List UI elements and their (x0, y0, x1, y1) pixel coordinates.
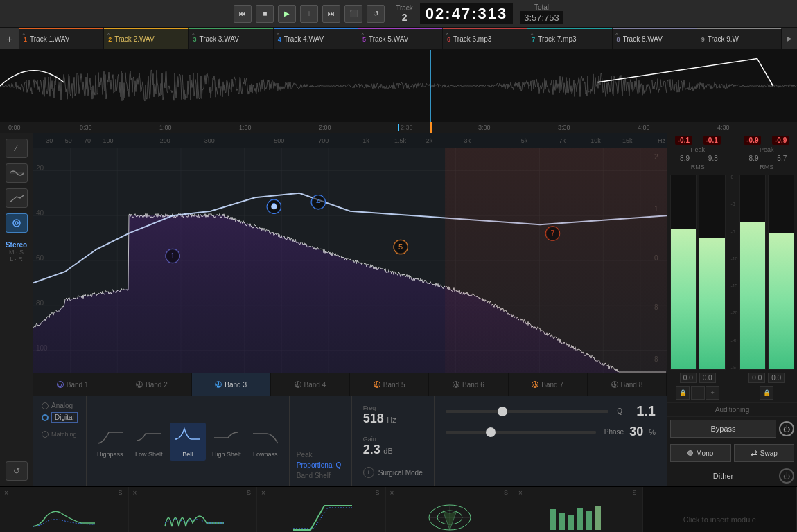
module-dynamics-close[interactable]: × (261, 489, 265, 497)
track-tab-7[interactable]: × 7 Track 7.mp3 (527, 28, 612, 49)
tab-close-6[interactable]: × (446, 30, 449, 37)
fast-forward-button[interactable]: ⏭ (322, 5, 340, 23)
tab-close-3[interactable]: × (191, 30, 195, 37)
eq-band-tab-5[interactable]: ⏻ Band 5 (350, 373, 429, 396)
band-3-power[interactable]: ⏻ (215, 381, 222, 388)
module-maximizer-opt-s[interactable]: S (633, 489, 637, 496)
surgical-mode-toggle[interactable]: + Surgical Mode (363, 467, 423, 478)
swap-button[interactable]: ⇄ Swap (734, 444, 795, 462)
meter-fill-l2 (699, 238, 724, 369)
stop-button[interactable]: ■ (256, 5, 274, 23)
loop-button[interactable]: ↺ (367, 5, 385, 23)
meter-lock-l1[interactable]: 🔒 (676, 386, 690, 400)
eq-band-tab-1[interactable]: ⏻ Band 1 (33, 373, 112, 396)
track-tab-4[interactable]: × 4 Track 4.WAV (274, 28, 358, 49)
module-eq-opt-s[interactable]: S (119, 489, 123, 496)
tab-close-5[interactable]: × (361, 30, 365, 37)
meter-lock-r1[interactable]: 🔒 (760, 386, 773, 400)
module-exciter-close[interactable]: × (133, 489, 137, 497)
add-track-button[interactable]: + (0, 28, 19, 49)
matching-radio[interactable] (42, 431, 49, 438)
band-1-power[interactable]: ⏻ (57, 381, 64, 388)
eq-tool-reset[interactable]: ↺ (6, 461, 28, 481)
tab-close-4[interactable]: × (277, 30, 280, 37)
band-4-power[interactable]: ⏻ (295, 381, 301, 388)
bypass-power-icon[interactable]: ⏻ (779, 421, 794, 436)
tab-close-1[interactable]: × (22, 30, 26, 37)
highshelf-shape[interactable]: High Shelf (209, 423, 245, 461)
band-shelf-subtype[interactable]: Band Shelf (294, 470, 347, 481)
eq-band-tab-2[interactable]: ⏻ Band 2 (112, 373, 191, 396)
digital-radio[interactable] (42, 414, 49, 421)
waveform-canvas[interactable] (0, 50, 797, 122)
track-tab-2[interactable]: × 2 Track 2.WAV (104, 28, 189, 49)
track-num-8: 8 (617, 36, 620, 43)
meter-rms-l1: -8.9 (678, 154, 690, 162)
proportional-q-subtype[interactable]: Proportional Q (294, 460, 347, 470)
band-2-power[interactable]: ⏻ (136, 381, 143, 388)
track-tab-3[interactable]: × 3 Track 3.WAV (189, 28, 273, 49)
track-name-5: Track 5.WAV (369, 35, 408, 43)
track-tab-9[interactable]: 9 Track 9.W (697, 28, 782, 49)
module-dynamics-opt[interactable]: S (376, 489, 380, 496)
phase-slider-thumb[interactable] (486, 427, 496, 437)
band-8-power[interactable]: ⏻ (611, 381, 618, 388)
bypass-button[interactable]: Bypass (670, 420, 776, 438)
analog-filter-option[interactable]: Analog (42, 402, 78, 409)
lowpass-shape[interactable]: Lowpass (247, 423, 283, 461)
scale-10: -10 (730, 256, 737, 261)
eq-tool-pen[interactable]: ∕ (6, 139, 28, 158)
module-maximizer-close[interactable]: × (518, 489, 523, 497)
module-imager-opt[interactable]: S (504, 489, 508, 496)
rewind-button[interactable]: ⏮ (234, 5, 252, 23)
module-insert-area[interactable]: Click to insert module (643, 487, 797, 532)
waveform-area: 0:00 0:30 1:00 1:30 2:00 2:30 3:00 3:30 … (0, 50, 797, 133)
lowshelf-shape[interactable]: Low Shelf (131, 423, 167, 461)
meter-bar-r2 (768, 175, 794, 370)
record-to-track-button[interactable]: ⬛ (344, 5, 362, 23)
tab-close-8[interactable]: × (615, 30, 619, 37)
tab-close-2[interactable]: × (107, 30, 110, 37)
band-6-power[interactable]: ⏻ (453, 381, 459, 388)
highpass-shape[interactable]: Highpass (92, 423, 128, 461)
matching-option[interactable]: Matching (42, 431, 78, 438)
track-tab-8[interactable]: × 8 Track 8.WAV (613, 28, 697, 49)
q-slider-thumb[interactable] (498, 407, 507, 416)
eq-band-tab-3[interactable]: ⏻ Band 3 (192, 373, 271, 396)
module-exciter-opt[interactable]: S (247, 489, 251, 496)
module-eq-close[interactable]: × (4, 489, 8, 497)
eq-band-tab-8[interactable]: ⏻ Band 8 (588, 373, 667, 396)
module-imager-close[interactable]: × (390, 489, 394, 497)
tab-close-7[interactable]: × (530, 30, 534, 37)
eq-tool-wave[interactable] (6, 163, 28, 183)
digital-filter-option[interactable]: Digital (42, 412, 78, 423)
play-button[interactable]: ▶ (278, 5, 296, 23)
eq-graph-canvas[interactable] (33, 148, 667, 373)
eq-band-tab-6[interactable]: ⏻ Band 6 (429, 373, 508, 396)
dither-power-button[interactable]: ⏻ (779, 468, 794, 484)
eq-band-tab-7[interactable]: ⏻ Band 7 (509, 373, 588, 396)
meter-bars-right (739, 175, 795, 370)
track-tab-5[interactable]: × 5 Track 5.WAV (358, 28, 443, 49)
peak-subtype[interactable]: Peak (294, 450, 347, 460)
q-slider[interactable] (446, 410, 609, 413)
analog-radio[interactable] (42, 402, 49, 409)
meter-rms-top: -8.9 -9.8 (670, 154, 726, 162)
track-tabs-scroll-right[interactable]: ▶ (782, 28, 797, 49)
eq-band-tab-4[interactable]: ⏻ Band 4 (271, 373, 350, 396)
track-tab-1[interactable]: × 1 Track 1.WAV (19, 28, 104, 49)
track-tab-6[interactable]: × 6 Track 6.mp3 (443, 28, 527, 49)
eq-canvas-area[interactable] (33, 148, 667, 373)
bell-shape[interactable]: Bell (170, 423, 206, 461)
pause-button[interactable]: ⏸ (300, 5, 318, 23)
mono-button[interactable]: Mono (670, 444, 731, 462)
total-time-display: 3:57:753 (520, 11, 563, 24)
phase-slider[interactable] (446, 431, 596, 434)
meter-plus[interactable]: + (706, 386, 719, 400)
eq-tool-stereo[interactable] (6, 213, 28, 233)
eq-tool-spectrum[interactable] (6, 188, 28, 208)
meter-minus[interactable]: - (691, 386, 705, 400)
band-7-power[interactable]: ⏻ (532, 381, 538, 388)
band-5-power[interactable]: ⏻ (374, 381, 380, 388)
freq-10k: 10k (590, 137, 601, 144)
